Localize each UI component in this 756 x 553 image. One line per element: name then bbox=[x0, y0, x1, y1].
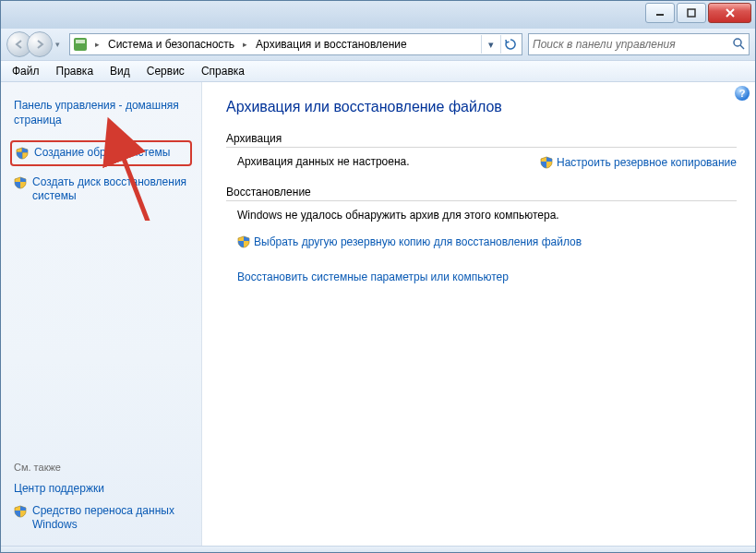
page-title: Архивация или восстановление файлов bbox=[226, 99, 737, 115]
sidebar-action-center-label: Центр поддержки bbox=[14, 482, 104, 497]
menu-file[interactable]: Файл bbox=[5, 63, 47, 79]
chevron-right-icon: ▸ bbox=[240, 40, 250, 49]
sidebar-see-also-heading: См. также bbox=[10, 460, 192, 478]
address-dropdown-button[interactable]: ▾ bbox=[481, 35, 500, 54]
minimize-button[interactable] bbox=[645, 3, 675, 23]
menubar: Файл Правка Вид Сервис Справка bbox=[1, 60, 755, 82]
restore-section-heading: Восстановление bbox=[226, 186, 737, 201]
svg-line-7 bbox=[740, 45, 744, 49]
shield-icon bbox=[14, 505, 27, 518]
nav-history-dropdown[interactable]: ▾ bbox=[51, 38, 64, 51]
maximize-icon bbox=[687, 8, 696, 18]
restore-system-link[interactable]: Восстановить системные параметры или ком… bbox=[237, 270, 737, 283]
control-panel-window: ▾ ▸ Система и безопасность ▸ Архивация и… bbox=[0, 0, 756, 553]
main-pane: ? Архивация или восстановление файлов Ар… bbox=[202, 82, 755, 546]
chevron-right-icon: ▸ bbox=[92, 40, 102, 49]
search-icon bbox=[732, 37, 745, 53]
refresh-icon bbox=[505, 39, 516, 50]
nav-forward-button[interactable] bbox=[27, 31, 53, 57]
backup-section-heading: Архивация bbox=[226, 132, 737, 148]
shield-icon bbox=[237, 235, 250, 248]
sidebar-create-repair-disc[interactable]: Создать диск восстановления системы bbox=[10, 172, 192, 208]
sidebar-home-label: Панель управления - домашняя страница bbox=[14, 99, 190, 127]
shield-icon bbox=[540, 156, 553, 169]
sidebar-create-image-label: Создание образа системы bbox=[34, 146, 170, 161]
svg-point-6 bbox=[734, 39, 741, 46]
search-placeholder: Поиск в панели управления bbox=[533, 38, 676, 51]
search-input[interactable]: Поиск в панели управления bbox=[528, 33, 750, 55]
nav-arrows: ▾ bbox=[6, 31, 64, 57]
statusbar bbox=[1, 546, 755, 552]
close-icon bbox=[726, 8, 735, 18]
menu-edit[interactable]: Правка bbox=[49, 63, 102, 79]
setup-backup-link[interactable]: Настроить резервное копирование bbox=[540, 155, 737, 169]
sidebar-create-disc-label: Создать диск восстановления системы bbox=[32, 175, 190, 204]
menu-view[interactable]: Вид bbox=[102, 63, 138, 79]
refresh-button[interactable] bbox=[500, 35, 520, 54]
arrow-right-icon bbox=[34, 39, 45, 50]
setup-backup-label: Настроить резервное копирование bbox=[557, 156, 737, 169]
choose-other-backup-link[interactable]: Выбрать другую резервную копию для восст… bbox=[237, 234, 737, 248]
shield-icon bbox=[14, 176, 27, 189]
restore-system-label: Восстановить системные параметры или ком… bbox=[237, 270, 509, 283]
sidebar-action-center[interactable]: Центр поддержки bbox=[10, 478, 192, 500]
address-bar[interactable]: ▸ Система и безопасность ▸ Архивация и в… bbox=[69, 33, 522, 55]
choose-other-backup-label: Выбрать другую резервную копию для восст… bbox=[254, 235, 582, 248]
menu-help[interactable]: Справка bbox=[194, 63, 252, 79]
breadcrumb-level2[interactable]: Архивация и восстановление bbox=[254, 38, 409, 51]
minimize-icon bbox=[655, 8, 665, 18]
control-panel-icon bbox=[72, 36, 89, 53]
help-button[interactable]: ? bbox=[735, 86, 750, 101]
shield-icon bbox=[16, 147, 29, 160]
navbar: ▾ ▸ Система и безопасность ▸ Архивация и… bbox=[1, 29, 755, 60]
arrow-left-icon bbox=[14, 39, 25, 50]
backup-status-text: Архивация данных не настроена. bbox=[237, 155, 410, 168]
menu-tools[interactable]: Сервис bbox=[139, 63, 192, 79]
svg-rect-1 bbox=[688, 9, 695, 17]
close-button[interactable] bbox=[708, 3, 751, 23]
maximize-button[interactable] bbox=[677, 3, 706, 23]
breadcrumb-level1[interactable]: Система и безопасность bbox=[106, 38, 236, 51]
sidebar-easy-transfer-label: Средство переноса данных Windows bbox=[32, 504, 190, 533]
sidebar-home-link[interactable]: Панель управления - домашняя страница bbox=[10, 95, 192, 131]
body: Панель управления - домашняя страница Со… bbox=[1, 82, 755, 546]
titlebar bbox=[1, 1, 755, 29]
restore-status-text: Windows не удалось обнаружить архив для … bbox=[237, 209, 737, 222]
sidebar-easy-transfer[interactable]: Средство переноса данных Windows bbox=[10, 500, 192, 536]
side-pane: Панель управления - домашняя страница Со… bbox=[1, 82, 202, 546]
sidebar-create-system-image[interactable]: Создание образа системы bbox=[10, 140, 192, 166]
svg-rect-5 bbox=[76, 40, 85, 43]
